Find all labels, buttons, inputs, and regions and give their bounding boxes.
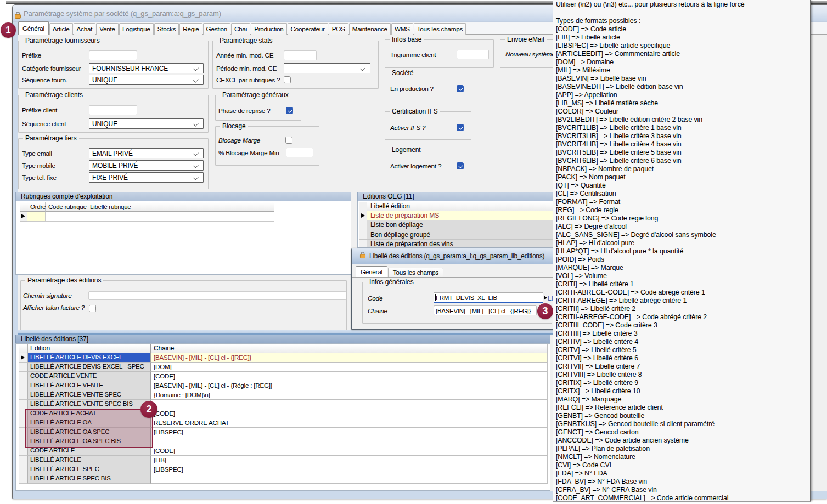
sequence-fourn-select[interactable]: UNIQUE bbox=[89, 75, 204, 85]
editions-oeg-row[interactable]: Liste de préparation des vins bbox=[359, 240, 554, 248]
editions-oeg-row[interactable]: Liste de préparation MS bbox=[359, 211, 554, 220]
main-tab[interactable]: Vente bbox=[96, 23, 119, 35]
afficher-talon-checkbox[interactable] bbox=[89, 305, 96, 312]
lib-editions-row[interactable]: LIBELLÉ ARTICLE VENTE SPEC {Domaine : [D… bbox=[19, 390, 550, 400]
main-tab[interactable]: Régie bbox=[179, 23, 202, 35]
edition-cell[interactable]: LIBELLÉ ARTICLE VENTE SPEC BIS bbox=[28, 400, 151, 409]
lib-editions-row[interactable]: LIBELLÉ ARTICLE DEVIS EXCEL [BASEVIN] - … bbox=[19, 353, 550, 363]
blocage-marge-min-input[interactable] bbox=[286, 148, 313, 157]
edition-cell[interactable]: LIBELLÉ ARTICLE VENTE SPEC bbox=[28, 390, 151, 400]
chaine-cell[interactable] bbox=[151, 474, 548, 484]
chaine-cell[interactable]: [DOM] bbox=[151, 363, 548, 372]
type-mobile-select[interactable]: MOBILE PRIVÉ bbox=[89, 160, 204, 171]
trigramme-client-input[interactable] bbox=[457, 50, 489, 59]
column-header-code-rubrique[interactable]: Code rubrique bbox=[46, 202, 87, 212]
lib-editions-row[interactable]: LIBELLÉ ARTICLE SPEC BIS bbox=[19, 474, 550, 484]
edition-label-cell[interactable]: Liste de préparation des vins bbox=[367, 240, 554, 248]
child-tab[interactable]: Tous les champs bbox=[388, 268, 443, 277]
edition-label-cell[interactable]: Liste bon dépilage bbox=[367, 220, 554, 230]
prefixe-client-input[interactable] bbox=[89, 105, 137, 115]
lib-editions-row[interactable]: CODE ARTICLE VENTE [CODE] bbox=[19, 372, 550, 381]
chaine-cell[interactable]: [LIB] bbox=[151, 456, 548, 465]
row-selector-cell[interactable] bbox=[359, 211, 367, 220]
row-selector-cell[interactable] bbox=[19, 363, 28, 372]
sequence-client-select[interactable]: UNIQUE bbox=[89, 118, 204, 129]
prefixe-input[interactable] bbox=[89, 50, 137, 60]
lib-editions-row[interactable]: LIBELLÉ ARTICLE VENTE SPEC BIS bbox=[19, 400, 550, 409]
chaine-cell[interactable] bbox=[151, 400, 548, 409]
row-selector-cell[interactable] bbox=[20, 212, 27, 222]
activer-ifs-checkbox[interactable] bbox=[457, 124, 464, 131]
grid-cell-ordre[interactable] bbox=[27, 212, 46, 222]
row-selector-cell[interactable] bbox=[359, 240, 367, 248]
column-header-chaine[interactable]: Chaine bbox=[151, 344, 548, 353]
edition-label-cell[interactable]: Bon dépilage groupé bbox=[367, 230, 554, 240]
edition-cell[interactable]: CODE ARTICLE VENTE bbox=[28, 372, 151, 381]
chaine-cell[interactable]: [LIBSPEC] bbox=[151, 428, 548, 437]
column-header-ordre[interactable]: Ordre bbox=[27, 202, 46, 212]
chaine-cell[interactable]: [BASEVIN] - [MIL] - [CL] cl - {Régie : [… bbox=[151, 381, 548, 390]
main-tab[interactable]: Achat bbox=[74, 23, 96, 35]
main-tab[interactable]: Maintenance bbox=[349, 23, 391, 35]
column-header-libelle-edition[interactable]: Libellé édition bbox=[367, 202, 554, 211]
chemin-signature-input[interactable] bbox=[88, 291, 346, 300]
child-tab[interactable]: Général bbox=[356, 266, 387, 277]
categorie-fournisseur-select[interactable]: FOURNISSEUR FRANCE bbox=[89, 63, 204, 73]
column-header-libelle-rubrique[interactable]: Libellé rubrique bbox=[87, 202, 274, 212]
lib-editions-row[interactable]: LIBELLÉ ARTICLE SPEC [LIBSPEC] bbox=[19, 465, 550, 474]
row-selector-cell[interactable] bbox=[19, 381, 28, 390]
row-selector-cell[interactable] bbox=[19, 400, 28, 409]
lib-editions-row[interactable]: LIBELLÉ ARTICLE DEVIS EXCEL - SPEC [DOM] bbox=[19, 363, 550, 372]
lib-editions-row[interactable]: LIBELLÉ ARTICLE [LIB] bbox=[19, 456, 550, 465]
lookup-arrow-icon[interactable] bbox=[544, 296, 547, 300]
row-selector-cell[interactable] bbox=[19, 456, 28, 465]
blocage-marge-checkbox[interactable] bbox=[285, 137, 292, 144]
edition-cell[interactable]: LIBELLÉ ARTICLE DEVIS EXCEL - SPEC bbox=[28, 363, 151, 372]
main-tab[interactable]: Article bbox=[49, 23, 73, 35]
splitter-bar[interactable] bbox=[18, 330, 553, 335]
edition-cell[interactable]: LIBELLÉ ARTICLE bbox=[28, 456, 151, 465]
chaine-cell[interactable]: [CODE] bbox=[151, 446, 548, 456]
chaine-cell[interactable]: [LIBSPEC] bbox=[151, 465, 548, 474]
main-tab[interactable]: Coopérateur bbox=[288, 23, 328, 35]
editions-oeg-row[interactable]: Liste bon dépilage bbox=[359, 220, 554, 230]
type-tel-fixe-select[interactable]: FIXE PRIVÉ bbox=[89, 172, 204, 183]
periode-min-select[interactable] bbox=[284, 63, 370, 73]
row-selector-cell[interactable] bbox=[19, 465, 28, 474]
chaine-input[interactable]: [BASEVIN] - [MIL] - [CL] cl - {[REG]} bbox=[434, 305, 537, 315]
lib-editions-row[interactable]: LIBELLÉ ARTICLE VENTE [BASEVIN] - [MIL] … bbox=[19, 381, 550, 390]
cexcl-checkbox[interactable] bbox=[284, 76, 291, 83]
main-tab[interactable]: Stocks bbox=[154, 23, 179, 35]
chaine-cell[interactable] bbox=[151, 437, 548, 446]
code-input[interactable]: FRMT_DEVIS_XL_LIB bbox=[434, 292, 543, 303]
edition-cell[interactable]: LIBELLÉ ARTICLE VENTE bbox=[28, 381, 151, 390]
chaine-cell[interactable]: [BASEVIN] - [MIL] - [CL] cl - {[REG]} bbox=[151, 353, 548, 363]
main-tab[interactable]: Logistique bbox=[119, 23, 154, 35]
row-selector-cell[interactable] bbox=[359, 220, 367, 230]
edition-label-cell[interactable]: Liste de préparation MS bbox=[367, 211, 554, 220]
row-selector-cell[interactable] bbox=[19, 390, 28, 400]
grid-cell-code[interactable] bbox=[46, 212, 87, 222]
row-selector-cell[interactable] bbox=[19, 474, 28, 484]
row-selector-cell[interactable] bbox=[19, 372, 28, 381]
main-tab[interactable]: Production bbox=[251, 23, 286, 35]
row-selector-cell[interactable] bbox=[19, 353, 28, 363]
grid-cell-libelle[interactable] bbox=[87, 212, 274, 222]
main-tab[interactable]: POS bbox=[329, 23, 348, 35]
main-tab[interactable]: Tous les champs bbox=[414, 23, 466, 35]
phase-reprise-checkbox[interactable] bbox=[286, 107, 293, 114]
main-tab[interactable]: Gestion bbox=[203, 23, 231, 35]
main-tab[interactable]: WMS bbox=[391, 23, 413, 35]
activer-logement-checkbox[interactable] bbox=[457, 162, 464, 169]
type-email-select[interactable]: EMAIL PRIVÉ bbox=[89, 148, 204, 158]
chaine-cell[interactable]: [CODE] bbox=[151, 372, 548, 381]
en-production-checkbox[interactable] bbox=[457, 85, 464, 92]
chaine-cell[interactable]: {Domaine : [DOM]\n} bbox=[151, 390, 548, 400]
edition-cell[interactable]: LIBELLÉ ARTICLE SPEC BIS bbox=[28, 474, 151, 484]
row-selector-cell[interactable] bbox=[359, 230, 367, 240]
annee-min-input[interactable] bbox=[284, 50, 317, 60]
main-tab[interactable]: Chai bbox=[231, 23, 250, 35]
column-header-edition[interactable]: Edition bbox=[28, 344, 151, 353]
edition-cell[interactable]: LIBELLÉ ARTICLE DEVIS EXCEL bbox=[28, 353, 151, 363]
chaine-cell[interactable]: RESERVE ORDRE ACHAT bbox=[151, 418, 548, 428]
